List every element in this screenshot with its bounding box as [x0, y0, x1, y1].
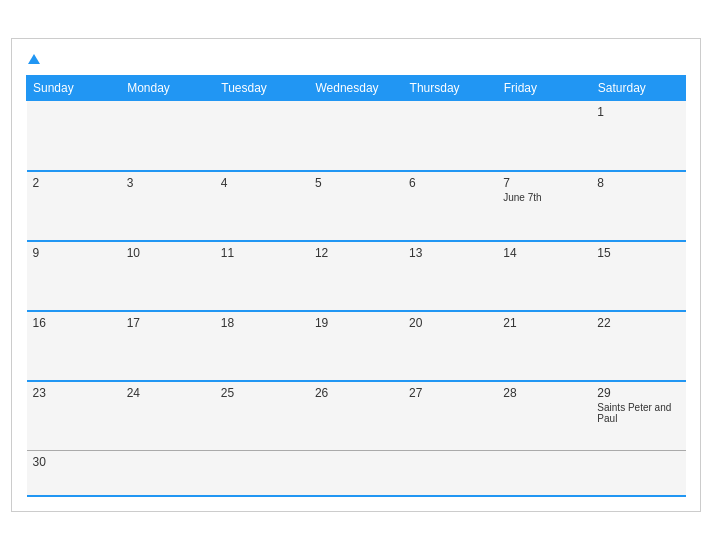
day-number: 20 [409, 316, 491, 330]
calendar-cell: 28 [497, 381, 591, 451]
calendar-cell: 16 [27, 311, 121, 381]
day-number: 28 [503, 386, 585, 400]
day-number: 27 [409, 386, 491, 400]
day-number: 25 [221, 386, 303, 400]
calendar-cell: 13 [403, 241, 497, 311]
weekday-header-monday: Monday [121, 76, 215, 101]
calendar-cell: 24 [121, 381, 215, 451]
calendar-cell: 7June 7th [497, 171, 591, 241]
calendar-cell: 6 [403, 171, 497, 241]
day-number: 12 [315, 246, 397, 260]
day-number: 22 [597, 316, 679, 330]
calendar-cell [497, 451, 591, 496]
calendar-cell: 27 [403, 381, 497, 451]
day-number: 24 [127, 386, 209, 400]
calendar-cell [403, 451, 497, 496]
calendar-cell: 9 [27, 241, 121, 311]
weekday-header-friday: Friday [497, 76, 591, 101]
calendar-cell: 23 [27, 381, 121, 451]
calendar-cell [403, 101, 497, 171]
week-row-2: 9101112131415 [27, 241, 686, 311]
day-number: 3 [127, 176, 209, 190]
day-number: 7 [503, 176, 585, 190]
week-row-3: 16171819202122 [27, 311, 686, 381]
calendar-cell: 30 [27, 451, 121, 496]
weekday-header-row: SundayMondayTuesdayWednesdayThursdayFrid… [27, 76, 686, 101]
calendar-cell: 15 [591, 241, 685, 311]
calendar-cell: 26 [309, 381, 403, 451]
calendar-cell: 1 [591, 101, 685, 171]
day-number: 29 [597, 386, 679, 400]
calendar-container: SundayMondayTuesdayWednesdayThursdayFrid… [11, 38, 701, 512]
day-number: 2 [33, 176, 115, 190]
weekday-header-saturday: Saturday [591, 76, 685, 101]
calendar-cell [309, 451, 403, 496]
day-number: 18 [221, 316, 303, 330]
calendar-cell: 19 [309, 311, 403, 381]
day-number: 21 [503, 316, 585, 330]
calendar-cell [121, 451, 215, 496]
weekday-header-thursday: Thursday [403, 76, 497, 101]
day-number: 1 [597, 105, 679, 119]
calendar-cell: 5 [309, 171, 403, 241]
day-number: 15 [597, 246, 679, 260]
calendar-header [26, 49, 686, 67]
calendar-cell [215, 451, 309, 496]
day-number: 4 [221, 176, 303, 190]
calendar-cell: 2 [27, 171, 121, 241]
calendar-cell: 29Saints Peter and Paul [591, 381, 685, 451]
calendar-cell [497, 101, 591, 171]
week-row-4: 23242526272829Saints Peter and Paul [27, 381, 686, 451]
calendar-cell: 25 [215, 381, 309, 451]
calendar-cell: 18 [215, 311, 309, 381]
day-event: Saints Peter and Paul [597, 402, 679, 424]
day-number: 13 [409, 246, 491, 260]
day-number: 10 [127, 246, 209, 260]
calendar-cell: 10 [121, 241, 215, 311]
day-number: 9 [33, 246, 115, 260]
logo [26, 49, 40, 67]
calendar-cell [121, 101, 215, 171]
calendar-cell: 21 [497, 311, 591, 381]
week-row-5: 30 [27, 451, 686, 496]
calendar-cell: 14 [497, 241, 591, 311]
day-number: 11 [221, 246, 303, 260]
day-number: 14 [503, 246, 585, 260]
calendar-cell [215, 101, 309, 171]
day-number: 5 [315, 176, 397, 190]
weekday-header-wednesday: Wednesday [309, 76, 403, 101]
calendar-cell: 20 [403, 311, 497, 381]
day-number: 19 [315, 316, 397, 330]
calendar-cell: 12 [309, 241, 403, 311]
weekday-header-tuesday: Tuesday [215, 76, 309, 101]
day-number: 8 [597, 176, 679, 190]
day-event: June 7th [503, 192, 585, 203]
day-number: 30 [33, 455, 115, 469]
calendar-cell: 4 [215, 171, 309, 241]
calendar-cell [27, 101, 121, 171]
calendar-grid: SundayMondayTuesdayWednesdayThursdayFrid… [26, 75, 686, 497]
calendar-cell: 8 [591, 171, 685, 241]
weekday-header-sunday: Sunday [27, 76, 121, 101]
calendar-cell: 22 [591, 311, 685, 381]
day-number: 6 [409, 176, 491, 190]
calendar-cell: 11 [215, 241, 309, 311]
week-row-0: 1 [27, 101, 686, 171]
day-number: 16 [33, 316, 115, 330]
week-row-1: 234567June 7th8 [27, 171, 686, 241]
calendar-cell [591, 451, 685, 496]
day-number: 26 [315, 386, 397, 400]
calendar-cell: 3 [121, 171, 215, 241]
logo-triangle-icon [28, 54, 40, 64]
day-number: 23 [33, 386, 115, 400]
calendar-cell: 17 [121, 311, 215, 381]
calendar-cell [309, 101, 403, 171]
day-number: 17 [127, 316, 209, 330]
